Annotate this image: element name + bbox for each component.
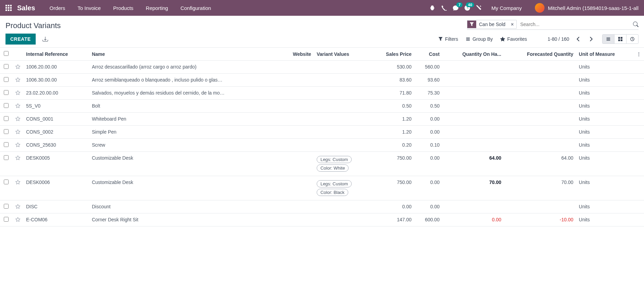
row-checkbox[interactable] [4, 217, 9, 222]
star-icon[interactable] [12, 152, 23, 176]
table-row[interactable]: 1006.20.00.00Arroz descascarillado (arro… [0, 61, 644, 74]
cell-forecast [504, 200, 576, 213]
create-button[interactable]: CREATE [5, 34, 36, 45]
row-checkbox[interactable] [4, 103, 9, 108]
col-forecasted[interactable]: Forecasted Quantity [504, 48, 576, 61]
phone-icon[interactable] [441, 5, 447, 11]
facet-remove[interactable]: × [508, 20, 516, 28]
brand-title[interactable]: Sales [17, 4, 35, 12]
download-button[interactable] [40, 34, 50, 44]
col-uom[interactable]: Unit of Measure [576, 48, 634, 61]
activities-icon[interactable]: 40 [465, 5, 470, 11]
cell-name: Simple Pen [89, 126, 281, 139]
view-kanban[interactable] [614, 35, 627, 44]
nav-links: Orders To Invoice Products Reporting Con… [43, 0, 217, 16]
cell-ref: 1006.20.00.00 [23, 61, 89, 74]
row-checkbox[interactable] [4, 116, 9, 121]
table-row[interactable]: DISCDiscount0.000.00Units [0, 200, 644, 213]
cell-website [281, 139, 314, 152]
svg-rect-7 [8, 10, 10, 11]
table-row[interactable]: CONS_25630Screw0.200.10Units [0, 139, 644, 152]
cell-forecast [504, 139, 576, 152]
svg-rect-6 [5, 10, 7, 11]
star-icon[interactable] [12, 139, 23, 152]
row-checkbox[interactable] [4, 90, 9, 95]
nav-products[interactable]: Products [107, 0, 140, 16]
cell-name: Whiteboard Pen [89, 113, 281, 126]
filters-dropdown[interactable]: Filters [438, 36, 458, 42]
search-bar[interactable]: Can be Sold × [467, 20, 639, 30]
col-internal-ref[interactable]: Internal Reference [23, 48, 89, 61]
svg-rect-4 [8, 7, 10, 9]
star-icon[interactable] [12, 87, 23, 100]
table-row[interactable]: E-COM06Corner Desk Right Sit147.00600.00… [0, 213, 644, 226]
user-menu[interactable]: Mitchell Admin (15894019-saas-15-1-all [535, 3, 639, 13]
row-checkbox[interactable] [4, 64, 9, 69]
col-optional[interactable]: ⋮ [634, 48, 644, 61]
cell-qty: 64.00 [442, 152, 504, 176]
table-row[interactable]: CONS_0002Simple Pen1.200.00Units [0, 126, 644, 139]
cell-cost: 0.00 [414, 176, 443, 200]
table-row[interactable]: 1006.30.00.00Arroz semiblanqueado o blan… [0, 74, 644, 87]
star-icon[interactable] [12, 100, 23, 113]
row-checkbox[interactable] [4, 77, 9, 82]
nav-configuration[interactable]: Configuration [174, 0, 217, 16]
cell-uom: Units [576, 74, 634, 87]
cell-ref: 5S_V0 [23, 100, 89, 113]
pager-prev[interactable] [574, 35, 582, 43]
row-checkbox[interactable] [4, 129, 9, 134]
table-row[interactable]: DESK0005Customizable DeskLegs: CustomCol… [0, 152, 644, 176]
star-icon[interactable] [12, 113, 23, 126]
nav-orders[interactable]: Orders [43, 0, 71, 16]
cell-ref: 23.02.20.00.00 [23, 87, 89, 100]
col-name[interactable]: Name [89, 48, 281, 61]
col-qty-on-hand[interactable]: Quantity On Ha... [442, 48, 504, 61]
col-variant-values[interactable]: Variant Values [314, 48, 371, 61]
company-selector[interactable]: My Company [491, 5, 522, 11]
col-cost[interactable]: Cost [414, 48, 443, 61]
row-checkbox[interactable] [4, 142, 9, 147]
favorites-dropdown[interactable]: Favorites [500, 36, 527, 42]
cell-forecast [504, 87, 576, 100]
star-icon[interactable] [12, 74, 23, 87]
cell-cost: 0.00 [414, 200, 443, 213]
search-input[interactable] [519, 20, 630, 28]
star-icon[interactable] [12, 200, 23, 213]
table-row[interactable]: CONS_0001Whiteboard Pen1.200.00Units [0, 113, 644, 126]
star-icon[interactable] [12, 126, 23, 139]
cell-qty [442, 139, 504, 152]
svg-rect-5 [10, 7, 12, 9]
table-row[interactable]: 5S_V0Bolt0.500.50Units [0, 100, 644, 113]
apps-icon[interactable] [5, 5, 12, 11]
table-row[interactable]: DESK0006Customizable DeskLegs: CustomCol… [0, 176, 644, 200]
list-view: Internal Reference Name Website Variant … [0, 47, 644, 226]
select-all-checkbox[interactable] [4, 51, 9, 56]
cell-name: Discount [89, 200, 281, 213]
col-sales-price[interactable]: Sales Price [371, 48, 414, 61]
cell-ref: CONS_0002 [23, 126, 89, 139]
debug-icon[interactable] [430, 5, 435, 11]
star-icon[interactable] [12, 61, 23, 74]
cell-website [281, 126, 314, 139]
row-checkbox[interactable] [4, 180, 9, 184]
view-list[interactable] [602, 35, 614, 44]
nav-reporting[interactable]: Reporting [140, 0, 174, 16]
navbar: Sales Orders To Invoice Products Reporti… [0, 0, 644, 16]
cell-price: 1.20 [371, 126, 414, 139]
star-icon[interactable] [12, 176, 23, 200]
table-row[interactable]: 23.02.20.00.00Salvados, moyuelos y demás… [0, 87, 644, 100]
cell-price: 750.00 [371, 176, 414, 200]
row-checkbox[interactable] [4, 155, 9, 160]
pager-text[interactable]: 1-80 / 160 [548, 36, 569, 42]
tools-icon[interactable] [476, 5, 482, 11]
pager-next[interactable] [587, 35, 595, 43]
view-activity[interactable] [627, 35, 638, 44]
row-checkbox[interactable] [4, 204, 9, 209]
cell-website [281, 213, 314, 226]
groupby-dropdown[interactable]: Group By [466, 36, 493, 42]
messages-icon[interactable]: 7 [453, 5, 458, 11]
nav-to-invoice[interactable]: To Invoice [71, 0, 107, 16]
search-icon[interactable] [633, 22, 639, 27]
star-icon[interactable] [12, 213, 23, 226]
col-website[interactable]: Website [281, 48, 314, 61]
